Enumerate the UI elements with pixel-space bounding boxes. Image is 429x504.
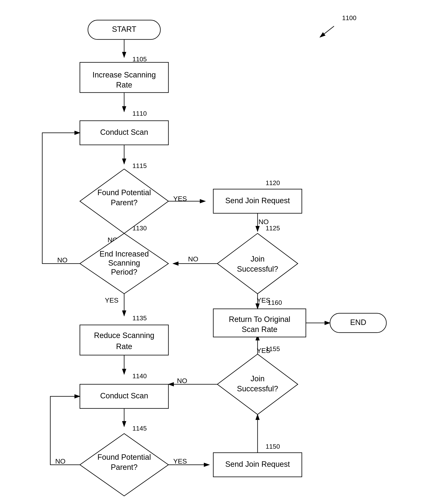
- label-1135a: Reduce Scanning: [94, 331, 154, 340]
- no-label-1155: NO: [177, 377, 187, 384]
- label-1130a: End Increased: [99, 250, 149, 258]
- end-label: END: [350, 318, 366, 327]
- label-1145a: Found Potential: [97, 453, 151, 461]
- yes-label-1155: YES: [257, 347, 270, 354]
- no-label-1145: NO: [55, 457, 66, 465]
- label-1130c: Period?: [111, 268, 137, 276]
- label-1155a: Join: [250, 374, 265, 383]
- ref-1140: 1140: [132, 372, 147, 380]
- ref-1110: 1110: [132, 110, 147, 117]
- label-1105b: Rate: [116, 81, 132, 89]
- start-label: START: [112, 25, 136, 33]
- label-1135b: Rate: [116, 342, 132, 351]
- label-1155b: Successful?: [237, 384, 278, 393]
- ref-1125: 1125: [266, 225, 280, 232]
- label-1125b: Successful?: [237, 265, 278, 273]
- figure-ref: 1100: [342, 14, 356, 22]
- ref-1115: 1115: [132, 162, 147, 169]
- label-1110: Conduct Scan: [100, 128, 148, 136]
- label-1125a: Join: [250, 255, 265, 263]
- label-1130b: Scanning: [108, 259, 140, 267]
- ref-1135: 1135: [132, 314, 147, 322]
- ref-1130: 1130: [132, 225, 147, 232]
- ref-1120: 1120: [266, 179, 280, 186]
- flowchart-diagram: 1100 START 1105 Increase Scanning Rate 1…: [0, 0, 429, 504]
- node-1125: [217, 233, 298, 294]
- ref-1160: 1160: [268, 299, 282, 306]
- label-1115b: Parent?: [111, 198, 137, 207]
- label-1115a: Found Potential: [97, 188, 151, 197]
- no-label-1130-left: NO: [57, 256, 68, 264]
- label-1145b: Parent?: [111, 463, 137, 471]
- label-1150: Send Join Request: [225, 460, 290, 469]
- ref-1145: 1145: [132, 425, 147, 432]
- ref-1105: 1105: [132, 55, 147, 63]
- label-1160a: Return To Original: [229, 315, 290, 324]
- svg-line-1: [320, 26, 334, 37]
- no-label-1125: NO: [188, 255, 198, 263]
- yes-label-1145: YES: [173, 457, 187, 465]
- ref-1150: 1150: [266, 443, 280, 450]
- label-1120: Send Join Request: [225, 196, 290, 205]
- yes-label-1130: YES: [105, 296, 118, 304]
- label-1140: Conduct Scan: [100, 391, 148, 400]
- node-1155: [217, 354, 298, 415]
- label-1160b: Scan Rate: [242, 325, 277, 334]
- label-1105: Increase Scanning: [93, 71, 156, 79]
